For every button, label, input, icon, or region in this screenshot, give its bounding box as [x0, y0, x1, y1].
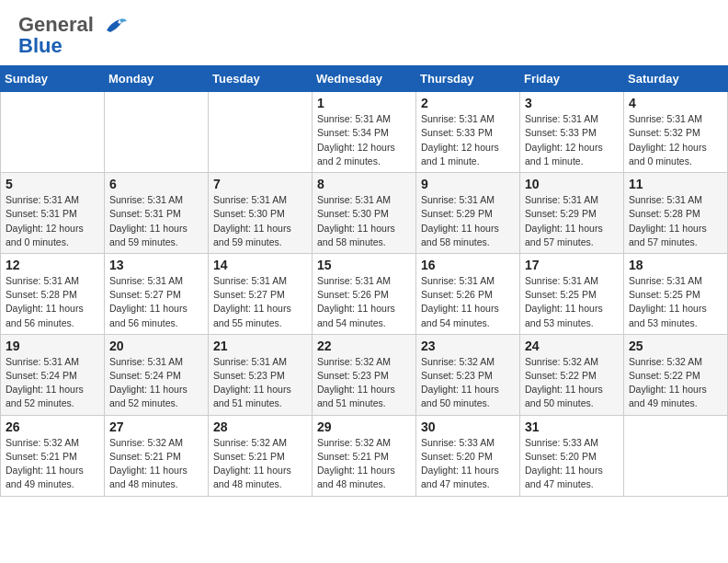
- day-info: Sunrise: 5:31 AM Sunset: 5:30 PM Dayligh…: [317, 193, 411, 249]
- calendar-cell: 11Sunrise: 5:31 AM Sunset: 5:28 PM Dayli…: [624, 173, 728, 254]
- calendar-cell: [624, 415, 728, 496]
- day-info: Sunrise: 5:31 AM Sunset: 5:27 PM Dayligh…: [213, 274, 307, 330]
- calendar-cell: 7Sunrise: 5:31 AM Sunset: 5:30 PM Daylig…: [209, 173, 313, 254]
- day-number: 9: [421, 177, 515, 191]
- day-number: 15: [317, 258, 411, 272]
- calendar-week-5: 26Sunrise: 5:32 AM Sunset: 5:21 PM Dayli…: [1, 415, 728, 496]
- calendar-cell: 19Sunrise: 5:31 AM Sunset: 5:24 PM Dayli…: [1, 334, 105, 415]
- day-number: 13: [109, 258, 203, 272]
- day-number: 27: [109, 419, 203, 434]
- day-info: Sunrise: 5:32 AM Sunset: 5:22 PM Dayligh…: [629, 355, 722, 411]
- calendar-cell: 31Sunrise: 5:33 AM Sunset: 5:20 PM Dayli…: [520, 415, 624, 496]
- calendar-cell: 28Sunrise: 5:32 AM Sunset: 5:21 PM Dayli…: [209, 415, 313, 496]
- day-number: 31: [525, 419, 619, 434]
- day-info: Sunrise: 5:31 AM Sunset: 5:28 PM Dayligh…: [6, 274, 99, 330]
- day-number: 11: [629, 177, 722, 191]
- day-number: 26: [6, 419, 99, 434]
- calendar-cell: 3Sunrise: 5:31 AM Sunset: 5:33 PM Daylig…: [520, 92, 624, 173]
- calendar-cell: 24Sunrise: 5:32 AM Sunset: 5:22 PM Dayli…: [520, 334, 624, 415]
- day-info: Sunrise: 5:31 AM Sunset: 5:34 PM Dayligh…: [317, 112, 411, 168]
- day-number: 29: [317, 419, 411, 434]
- weekday-header-wednesday: Wednesday: [313, 66, 416, 92]
- day-number: 4: [629, 96, 722, 110]
- day-number: 5: [6, 177, 99, 191]
- day-number: 3: [525, 96, 619, 110]
- calendar-cell: 30Sunrise: 5:33 AM Sunset: 5:20 PM Dayli…: [416, 415, 520, 496]
- day-number: 21: [213, 339, 307, 353]
- day-number: 22: [317, 339, 411, 353]
- day-info: Sunrise: 5:31 AM Sunset: 5:33 PM Dayligh…: [421, 112, 515, 168]
- day-info: Sunrise: 5:31 AM Sunset: 5:23 PM Dayligh…: [213, 355, 307, 411]
- day-info: Sunrise: 5:33 AM Sunset: 5:20 PM Dayligh…: [525, 436, 619, 492]
- calendar-cell: [1, 92, 105, 173]
- day-info: Sunrise: 5:32 AM Sunset: 5:22 PM Dayligh…: [525, 355, 619, 411]
- day-info: Sunrise: 5:32 AM Sunset: 5:21 PM Dayligh…: [317, 436, 411, 492]
- calendar-cell: 9Sunrise: 5:31 AM Sunset: 5:29 PM Daylig…: [416, 173, 520, 254]
- calendar-table: SundayMondayTuesdayWednesdayThursdayFrid…: [0, 65, 728, 496]
- calendar-cell: 27Sunrise: 5:32 AM Sunset: 5:21 PM Dayli…: [105, 415, 209, 496]
- day-number: 8: [317, 177, 411, 191]
- day-info: Sunrise: 5:31 AM Sunset: 5:25 PM Dayligh…: [525, 274, 619, 330]
- weekday-header-sunday: Sunday: [1, 66, 105, 92]
- day-info: Sunrise: 5:31 AM Sunset: 5:33 PM Dayligh…: [525, 112, 619, 168]
- logo-bird-icon: [101, 16, 129, 36]
- calendar-cell: 21Sunrise: 5:31 AM Sunset: 5:23 PM Dayli…: [209, 334, 313, 415]
- calendar-cell: 4Sunrise: 5:31 AM Sunset: 5:32 PM Daylig…: [624, 92, 728, 173]
- day-info: Sunrise: 5:32 AM Sunset: 5:21 PM Dayligh…: [6, 436, 99, 492]
- day-info: Sunrise: 5:33 AM Sunset: 5:20 PM Dayligh…: [421, 436, 515, 492]
- day-number: 18: [629, 258, 722, 272]
- weekday-header-row: SundayMondayTuesdayWednesdayThursdayFrid…: [1, 66, 728, 92]
- day-number: 17: [525, 258, 619, 272]
- calendar-cell: 10Sunrise: 5:31 AM Sunset: 5:29 PM Dayli…: [520, 173, 624, 254]
- calendar-cell: 17Sunrise: 5:31 AM Sunset: 5:25 PM Dayli…: [520, 253, 624, 334]
- calendar-week-3: 12Sunrise: 5:31 AM Sunset: 5:28 PM Dayli…: [1, 253, 728, 334]
- day-info: Sunrise: 5:31 AM Sunset: 5:29 PM Dayligh…: [421, 193, 515, 249]
- day-number: 2: [421, 96, 515, 110]
- day-info: Sunrise: 5:31 AM Sunset: 5:28 PM Dayligh…: [629, 193, 722, 249]
- calendar-cell: 16Sunrise: 5:31 AM Sunset: 5:26 PM Dayli…: [416, 253, 520, 334]
- day-info: Sunrise: 5:31 AM Sunset: 5:31 PM Dayligh…: [109, 193, 203, 249]
- calendar-cell: 6Sunrise: 5:31 AM Sunset: 5:31 PM Daylig…: [105, 173, 209, 254]
- day-number: 25: [629, 339, 722, 353]
- day-number: 30: [421, 419, 515, 434]
- calendar-cell: 22Sunrise: 5:32 AM Sunset: 5:23 PM Dayli…: [313, 334, 416, 415]
- calendar-cell: 5Sunrise: 5:31 AM Sunset: 5:31 PM Daylig…: [1, 173, 105, 254]
- day-number: 20: [109, 339, 203, 353]
- day-number: 28: [213, 419, 307, 434]
- day-info: Sunrise: 5:31 AM Sunset: 5:30 PM Dayligh…: [213, 193, 307, 249]
- calendar-cell: [209, 92, 313, 173]
- calendar-cell: 13Sunrise: 5:31 AM Sunset: 5:27 PM Dayli…: [105, 253, 209, 334]
- calendar-cell: 12Sunrise: 5:31 AM Sunset: 5:28 PM Dayli…: [1, 253, 105, 334]
- day-info: Sunrise: 5:31 AM Sunset: 5:27 PM Dayligh…: [109, 274, 203, 330]
- calendar-cell: 14Sunrise: 5:31 AM Sunset: 5:27 PM Dayli…: [209, 253, 313, 334]
- calendar-week-1: 1Sunrise: 5:31 AM Sunset: 5:34 PM Daylig…: [1, 92, 728, 173]
- day-number: 1: [317, 96, 411, 110]
- day-number: 10: [525, 177, 619, 191]
- day-info: Sunrise: 5:32 AM Sunset: 5:23 PM Dayligh…: [317, 355, 411, 411]
- day-info: Sunrise: 5:32 AM Sunset: 5:21 PM Dayligh…: [109, 436, 203, 492]
- day-info: Sunrise: 5:31 AM Sunset: 5:26 PM Dayligh…: [421, 274, 515, 330]
- day-number: 23: [421, 339, 515, 353]
- logo-general-text: General: [18, 13, 94, 36]
- day-info: Sunrise: 5:31 AM Sunset: 5:24 PM Dayligh…: [6, 355, 99, 411]
- calendar-week-4: 19Sunrise: 5:31 AM Sunset: 5:24 PM Dayli…: [1, 334, 728, 415]
- calendar-cell: 1Sunrise: 5:31 AM Sunset: 5:34 PM Daylig…: [313, 92, 416, 173]
- calendar-cell: 29Sunrise: 5:32 AM Sunset: 5:21 PM Dayli…: [313, 415, 416, 496]
- calendar-cell: [105, 92, 209, 173]
- day-info: Sunrise: 5:31 AM Sunset: 5:24 PM Dayligh…: [109, 355, 203, 411]
- day-info: Sunrise: 5:32 AM Sunset: 5:21 PM Dayligh…: [213, 436, 307, 492]
- logo-blue-text: Blue: [18, 34, 63, 57]
- calendar-cell: 23Sunrise: 5:32 AM Sunset: 5:23 PM Dayli…: [416, 334, 520, 415]
- day-info: Sunrise: 5:31 AM Sunset: 5:29 PM Dayligh…: [525, 193, 619, 249]
- day-number: 16: [421, 258, 515, 272]
- weekday-header-friday: Friday: [520, 66, 624, 92]
- calendar-cell: 8Sunrise: 5:31 AM Sunset: 5:30 PM Daylig…: [313, 173, 416, 254]
- day-number: 19: [6, 339, 99, 353]
- day-info: Sunrise: 5:31 AM Sunset: 5:25 PM Dayligh…: [629, 274, 722, 330]
- day-info: Sunrise: 5:31 AM Sunset: 5:31 PM Dayligh…: [6, 193, 99, 249]
- page-header: General Blue: [0, 0, 728, 65]
- weekday-header-saturday: Saturday: [624, 66, 728, 92]
- calendar-cell: 15Sunrise: 5:31 AM Sunset: 5:26 PM Dayli…: [313, 253, 416, 334]
- day-number: 12: [6, 258, 99, 272]
- calendar-cell: 25Sunrise: 5:32 AM Sunset: 5:22 PM Dayli…: [624, 334, 728, 415]
